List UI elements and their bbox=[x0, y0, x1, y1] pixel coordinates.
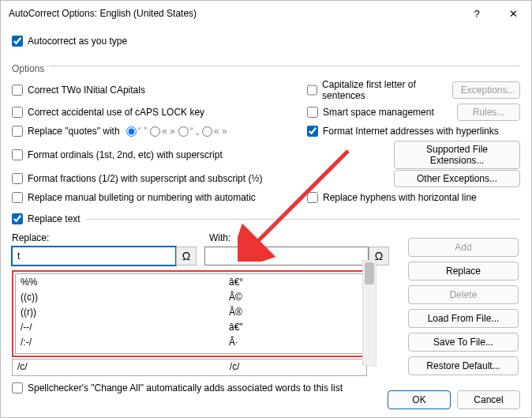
format-ordinals-checkbox[interactable]: Format ordinals (1st, 2nd, etc) with sup… bbox=[12, 149, 223, 160]
table-row: ((c))Â© bbox=[16, 289, 363, 304]
restore-default-button[interactable]: Restore Default... bbox=[408, 356, 519, 375]
quote-style-radios[interactable]: “ ” « » “ „ « » bbox=[126, 126, 227, 137]
two-initial-caps-checkbox[interactable]: Correct TWo INitial CApitals bbox=[12, 85, 145, 96]
replace-input[interactable] bbox=[12, 247, 176, 265]
ok-button[interactable]: OK bbox=[388, 390, 451, 409]
table-row: /:-/Ã· bbox=[16, 334, 363, 349]
with-label: With: bbox=[209, 232, 230, 243]
table-row: %%â€° bbox=[16, 274, 363, 289]
help-button[interactable]: ? bbox=[459, 1, 495, 26]
exceptions-button[interactable]: Exceptions... bbox=[452, 81, 520, 99]
table-row: ((r))Â® bbox=[16, 304, 363, 319]
autocorrect-as-you-type-checkbox[interactable]: Autocorrect as you type bbox=[12, 36, 127, 47]
divider bbox=[85, 219, 520, 220]
save-to-file-button[interactable]: Save To File... bbox=[408, 333, 519, 352]
replace-button[interactable]: Replace bbox=[408, 262, 519, 281]
replacement-list-extra-row[interactable]: /c/ /c/ bbox=[12, 359, 367, 376]
close-button[interactable]: ✕ bbox=[495, 1, 531, 26]
replacement-list-highlight: %%â€° ((c))Â© ((r))Â® /--/â€" /:-/Ã· bbox=[12, 270, 367, 357]
replacement-list[interactable]: %%â€° ((c))Â© ((r))Â® /--/â€" /:-/Ã· bbox=[15, 273, 364, 354]
spellchecker-change-all-checkbox[interactable]: Spellchecker's "Change All" automaticall… bbox=[12, 382, 343, 394]
options-group-label: Options bbox=[12, 63, 44, 74]
supported-extensions-button[interactable]: Supported File Extensions... bbox=[394, 141, 520, 169]
autocorrect-dialog: AutoCorrect Options: English (United Sta… bbox=[0, 0, 532, 418]
delete-button[interactable]: Delete bbox=[408, 285, 519, 304]
dialog-title: AutoCorrect Options: English (United Sta… bbox=[9, 8, 197, 19]
smart-space-checkbox[interactable]: Smart space management bbox=[307, 107, 434, 118]
replace-hyphens-checkbox[interactable]: Replace hyphens with horizontal line bbox=[307, 192, 477, 203]
omega-button-replace[interactable]: Ω bbox=[176, 247, 197, 265]
format-fractions-checkbox[interactable]: Format fractions (1/2) with superscript … bbox=[12, 173, 262, 184]
divider bbox=[49, 66, 520, 66]
accidental-caps-checkbox[interactable]: Correct accidental use of cAPS LOCK key bbox=[12, 107, 204, 118]
table-row: /--/â€" bbox=[16, 319, 363, 334]
scrollbar-thumb[interactable] bbox=[365, 262, 374, 284]
format-internet-checkbox[interactable]: Format Internet addresses with hyperlink… bbox=[307, 126, 499, 137]
autocorrect-as-you-type-label: Autocorrect as you type bbox=[28, 36, 127, 47]
titlebar: AutoCorrect Options: English (United Sta… bbox=[1, 1, 531, 26]
replace-bulleting-checkbox[interactable]: Replace manual bulleting or numbering wi… bbox=[12, 192, 256, 203]
replace-text-checkbox[interactable]: Replace text bbox=[12, 213, 81, 224]
list-scrollbar[interactable] bbox=[362, 260, 377, 366]
rules-button[interactable]: Rules... bbox=[457, 104, 520, 121]
capitalize-first-checkbox[interactable]: Capitalize first letter of sentences bbox=[307, 79, 452, 101]
cancel-button[interactable]: Cancel bbox=[457, 390, 520, 409]
load-from-file-button[interactable]: Load From File... bbox=[408, 309, 519, 328]
replace-label: Replace: bbox=[12, 232, 201, 243]
with-input[interactable] bbox=[204, 247, 369, 265]
add-button[interactable]: Add bbox=[408, 238, 519, 257]
other-exceptions-button[interactable]: Other Exceptions... bbox=[394, 170, 520, 187]
replace-quotes-checkbox[interactable]: Replace "quotes" with bbox=[12, 126, 120, 137]
